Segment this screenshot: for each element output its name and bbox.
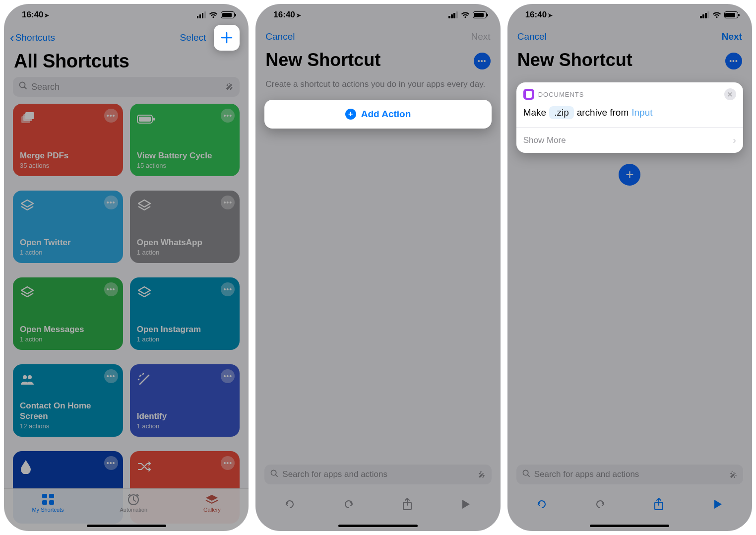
signal-icon	[448, 11, 458, 18]
status-right	[197, 11, 235, 18]
tab-my-shortcuts[interactable]: My Shortcuts	[32, 493, 63, 513]
mic-icon[interactable]: 🎤︎	[478, 470, 486, 479]
tab-automation[interactable]: Automation	[120, 493, 148, 513]
layers-icon	[137, 284, 233, 301]
add-action-button[interactable]: + Add Action	[264, 100, 491, 129]
mic-icon[interactable]: 🎤︎	[730, 470, 737, 479]
layers-icon	[20, 284, 116, 301]
undo-button[interactable]	[534, 497, 549, 512]
svg-rect-10	[42, 494, 47, 498]
archive-input-param[interactable]: Input	[631, 107, 652, 118]
archive-format-param[interactable]: .zip	[549, 106, 574, 119]
svg-rect-13	[49, 500, 54, 505]
run-button[interactable]	[458, 497, 473, 512]
tile-battery-cycle[interactable]: ••• View Battery Cycle 15 actions	[130, 104, 240, 176]
battery-icon	[221, 11, 235, 18]
mic-icon[interactable]: 🎤︎	[226, 82, 234, 91]
tile-open-twitter[interactable]: ••• Open Twitter 1 action	[13, 191, 123, 263]
battery-icon	[473, 11, 487, 18]
next-button[interactable]: Next	[722, 31, 742, 42]
nav-bar: ‹ Shortcuts Select	[4, 26, 249, 48]
next-button[interactable]: Next	[471, 31, 491, 42]
wifi-icon	[209, 12, 218, 18]
shuffle-icon	[137, 458, 233, 475]
more-options-button[interactable]: •••	[474, 53, 491, 69]
tile-open-messages[interactable]: ••• Open Messages 1 action	[13, 277, 123, 350]
tile-merge-pdfs[interactable]: ••• Merge PDFs 35 actions	[13, 104, 123, 176]
show-more-button[interactable]: Show More ›	[516, 128, 743, 153]
redo-button[interactable]	[341, 497, 356, 512]
screen-new-shortcut-empty: 16:40➤ Cancel Next New Shortcut ••• Crea…	[255, 4, 500, 531]
status-right	[700, 11, 738, 18]
svg-rect-12	[42, 500, 47, 505]
tile-contact-home[interactable]: ••• Contact On Home Screen 12 actions	[13, 364, 123, 437]
gallery-icon	[204, 493, 219, 506]
search-icon	[270, 469, 278, 480]
status-bar: 16:40➤	[507, 4, 752, 26]
plus-circle-icon: +	[345, 109, 356, 120]
svg-line-19	[527, 474, 529, 476]
search-icon	[19, 81, 27, 92]
home-indicator[interactable]	[590, 525, 669, 527]
remove-action-button[interactable]: ✕	[724, 88, 736, 100]
add-action-below-button[interactable]: +	[619, 164, 640, 186]
select-button[interactable]: Select	[180, 32, 206, 43]
chevron-right-icon: ›	[733, 134, 736, 146]
search-placeholder: Search for apps and actions	[282, 469, 387, 479]
more-icon[interactable]: •••	[104, 369, 118, 383]
clock-icon	[126, 493, 141, 506]
run-button[interactable]	[710, 497, 725, 512]
action-make-archive[interactable]: DOCUMENTS ✕ Make .zip archive from Input…	[516, 82, 743, 153]
screen-new-shortcut-make-archive: 16:40➤ Cancel Next New Shortcut ••• DOCU…	[507, 4, 752, 531]
wand-icon	[137, 371, 233, 388]
more-icon[interactable]: •••	[104, 282, 118, 296]
chevron-left-icon: ‹	[10, 31, 14, 44]
more-icon[interactable]: •••	[104, 109, 118, 123]
undo-button[interactable]	[282, 497, 297, 512]
description-text: Create a shortcut to actions you do in y…	[255, 74, 500, 100]
tile-identify[interactable]: ••• Identify 1 action	[130, 364, 240, 437]
wifi-icon	[461, 12, 470, 18]
search-icon	[522, 469, 530, 480]
share-button[interactable]	[400, 497, 415, 512]
nav-bar: Cancel Next	[255, 26, 500, 48]
more-options-button[interactable]: •••	[725, 53, 742, 69]
tile-open-instagram[interactable]: ••• Open Instagram 1 action	[130, 277, 240, 350]
redo-button[interactable]	[593, 497, 608, 512]
status-right	[448, 11, 487, 18]
svg-rect-11	[49, 494, 54, 498]
search-placeholder: Search	[31, 82, 60, 92]
svg-point-18	[523, 470, 528, 475]
search-actions-input[interactable]: Search for apps and actions 🎤︎	[516, 465, 743, 484]
back-button[interactable]: ‹ Shortcuts	[10, 31, 55, 44]
tab-gallery[interactable]: Gallery	[203, 493, 221, 513]
more-icon[interactable]: •••	[104, 196, 118, 209]
new-shortcut-button[interactable]	[214, 25, 240, 51]
layers-icon	[20, 198, 116, 214]
search-input[interactable]: Search 🎤︎	[13, 77, 240, 97]
search-placeholder: Search for apps and actions	[534, 469, 639, 479]
status-time: 16:40➤	[22, 10, 49, 20]
home-indicator[interactable]	[338, 525, 418, 527]
toolbar	[255, 489, 500, 519]
drop-icon	[20, 458, 116, 475]
stack-icon	[20, 111, 116, 128]
status-time: 16:40➤	[525, 10, 553, 20]
documents-app-icon	[523, 89, 534, 100]
search-actions-input[interactable]: Search for apps and actions 🎤︎	[264, 465, 491, 484]
svg-rect-6	[139, 117, 151, 122]
svg-rect-7	[153, 118, 155, 121]
action-app-label: DOCUMENTS	[538, 91, 584, 98]
layers-icon	[137, 198, 233, 214]
home-indicator[interactable]	[87, 525, 166, 527]
share-button[interactable]	[651, 497, 666, 512]
grid-icon	[41, 493, 56, 506]
svg-point-9	[28, 375, 32, 379]
cancel-button[interactable]: Cancel	[517, 31, 547, 42]
status-time: 16:40➤	[273, 10, 301, 20]
more-icon[interactable]: •••	[104, 456, 118, 470]
action-word: Make	[523, 107, 546, 118]
cancel-button[interactable]: Cancel	[265, 31, 295, 42]
action-body: Make .zip archive from Input	[516, 103, 743, 127]
tile-open-whatsapp[interactable]: ••• Open WhatsApp 1 action	[130, 191, 240, 263]
